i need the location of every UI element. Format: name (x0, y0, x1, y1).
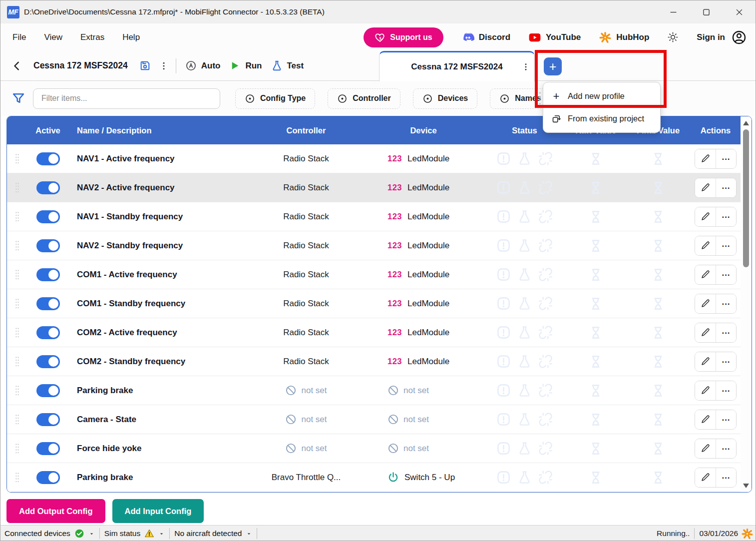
row-menu-button[interactable]: ... (716, 294, 736, 313)
drag-handle-icon[interactable] (14, 269, 20, 280)
active-toggle[interactable] (36, 442, 60, 455)
sign-in-button[interactable]: Sign in (697, 30, 747, 45)
project-menu-button[interactable] (159, 61, 169, 71)
menu-item-add-new-profile[interactable]: + Add new profile (543, 85, 660, 107)
active-toggle[interactable] (36, 413, 60, 426)
row-menu-button[interactable]: ... (716, 323, 736, 342)
edit-config-button[interactable] (695, 236, 716, 255)
active-toggle[interactable] (36, 268, 60, 281)
active-toggle[interactable] (36, 326, 60, 339)
minimize-button[interactable] (657, 0, 690, 23)
edit-config-button[interactable] (695, 265, 716, 284)
sim-status[interactable]: Sim status (104, 529, 165, 539)
edit-config-button[interactable] (695, 149, 716, 168)
aircraft-status[interactable]: No aircraft detected (174, 529, 252, 538)
edit-config-button[interactable] (695, 294, 716, 313)
drag-handle-icon[interactable] (14, 211, 20, 222)
auto-toggle-button[interactable]: Auto (185, 60, 221, 71)
row-menu-button[interactable]: ... (716, 149, 736, 168)
table-row[interactable]: Force hide yoke not set not set ... (7, 434, 741, 463)
table-row[interactable]: Camera - State not set not set ... (7, 405, 741, 434)
edit-config-button[interactable] (695, 410, 716, 429)
active-toggle[interactable] (36, 181, 60, 194)
menu-item-view[interactable]: View (44, 32, 62, 42)
status-cell (483, 151, 566, 166)
filter-names-button[interactable]: Names (490, 88, 550, 109)
active-toggle[interactable] (36, 384, 60, 397)
add-input-config-button[interactable]: Add Input Config (112, 499, 204, 523)
active-toggle[interactable] (36, 471, 60, 484)
scroll-up-arrow[interactable] (741, 118, 752, 128)
table-row[interactable]: COM2 - Standby frequency Radio Stack 123… (7, 347, 741, 376)
drag-handle-icon[interactable] (14, 182, 20, 193)
edit-config-button[interactable] (695, 207, 716, 226)
edit-config-button[interactable] (695, 439, 716, 458)
edit-config-button[interactable] (695, 468, 716, 487)
row-menu-button[interactable]: ... (716, 468, 736, 487)
table-row[interactable]: COM1 - Active frequency Radio Stack 123L… (7, 260, 741, 289)
active-toggle[interactable] (36, 210, 60, 223)
drag-handle-icon[interactable] (14, 385, 20, 396)
active-toggle[interactable] (36, 239, 60, 252)
drag-handle-icon[interactable] (14, 240, 20, 251)
hubhop-link[interactable]: HubHop (599, 31, 649, 44)
row-menu-button[interactable]: ... (716, 178, 736, 197)
support-us-button[interactable]: $ Support us (364, 27, 443, 47)
row-menu-button[interactable]: ... (716, 236, 736, 255)
filter-devices-button[interactable]: Devices (413, 88, 478, 109)
table-row[interactable]: NAV2 - Active frequency Radio Stack 123L… (7, 173, 741, 202)
close-button[interactable] (723, 0, 756, 23)
filter-config-type-button[interactable]: Config Type (235, 88, 315, 109)
filter-drag-handle-icon[interactable] (536, 91, 541, 108)
edit-config-button[interactable] (695, 352, 716, 371)
save-button[interactable] (139, 59, 151, 72)
vertical-scrollbar[interactable] (741, 116, 752, 492)
back-button[interactable] (11, 60, 22, 71)
drag-handle-icon[interactable] (14, 414, 20, 425)
table-row[interactable]: NAV1 - Standby frequency Radio Stack 123… (7, 202, 741, 231)
run-button[interactable]: Run (229, 60, 262, 71)
row-menu-button[interactable]: ... (716, 352, 736, 371)
drag-handle-icon[interactable] (14, 298, 20, 309)
drag-handle-icon[interactable] (14, 472, 20, 483)
row-menu-button[interactable]: ... (716, 207, 736, 226)
drag-handle-icon[interactable] (14, 153, 20, 164)
row-menu-button[interactable]: ... (716, 410, 736, 429)
active-toggle[interactable] (36, 152, 60, 165)
drag-handle-icon[interactable] (14, 327, 20, 338)
add-output-config-button[interactable]: Add Output Config (6, 499, 105, 523)
drag-handle-icon[interactable] (14, 356, 20, 367)
table-row[interactable]: COM1 - Standby frequency Radio Stack 123… (7, 289, 741, 318)
row-menu-button[interactable]: ... (716, 439, 736, 458)
drag-handle-icon[interactable] (14, 443, 20, 454)
table-row[interactable]: Parking brake not set not set ... (7, 376, 741, 405)
active-toggle[interactable] (36, 297, 60, 310)
add-profile-button[interactable]: + (544, 57, 562, 75)
tab-menu-button[interactable] (521, 62, 530, 71)
table-row[interactable]: COM2 - Active frequency Radio Stack 123L… (7, 318, 741, 347)
row-menu-button[interactable]: ... (716, 265, 736, 284)
menu-item-from-existing-project[interactable]: From existing project (543, 107, 660, 130)
row-menu-button[interactable]: ... (716, 381, 736, 400)
connected-devices-status[interactable]: Connected devices (4, 529, 95, 539)
menu-item-extras[interactable]: Extras (80, 32, 104, 42)
maximize-button[interactable] (690, 0, 723, 23)
table-row[interactable]: NAV2 - Standby frequency Radio Stack 123… (7, 231, 741, 260)
scroll-down-arrow[interactable] (741, 481, 752, 491)
test-button[interactable]: Test (271, 60, 304, 71)
active-toggle[interactable] (36, 355, 60, 368)
table-row[interactable]: NAV1 - Active frequency Radio Stack 123L… (7, 144, 741, 173)
discord-link[interactable]: Discord (461, 31, 510, 44)
tab-cessna-172-msfs2024[interactable]: Cessna 172 MSFS2024 (379, 51, 535, 81)
filter-controller-button[interactable]: Controller (328, 88, 400, 109)
menu-item-file[interactable]: File (12, 32, 26, 42)
youtube-link[interactable]: YouTube (528, 31, 581, 44)
scrollbar-thumb[interactable] (743, 129, 749, 267)
filter-input[interactable] (33, 88, 220, 109)
table-row[interactable]: Parking brake Bravo Throttle Q... Switch… (7, 463, 741, 492)
menu-item-help[interactable]: Help (122, 32, 140, 42)
edit-config-button[interactable] (695, 381, 716, 400)
theme-toggle-button[interactable] (667, 31, 679, 43)
edit-config-button[interactable] (695, 178, 716, 197)
edit-config-button[interactable] (695, 323, 716, 342)
